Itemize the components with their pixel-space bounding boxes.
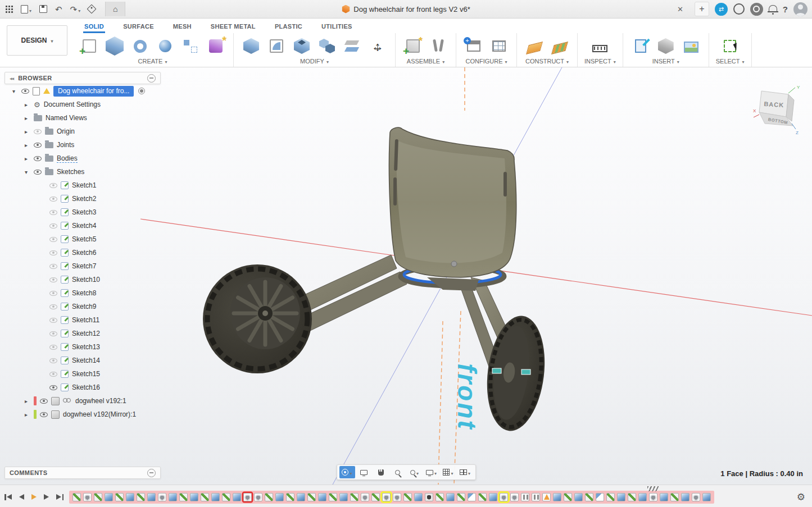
- visibility-eye-icon[interactable]: [49, 345, 57, 350]
- timeline-feature[interactable]: [638, 493, 647, 501]
- timeline-feature[interactable]: [446, 493, 455, 501]
- skip-to-start-button[interactable]: [4, 494, 12, 500]
- new-tab-button[interactable]: +: [695, 2, 709, 16]
- browser-component-row[interactable]: dogwheel v192:1: [4, 394, 173, 408]
- visibility-eye-icon[interactable]: [49, 277, 57, 282]
- disclosure-arrow-icon[interactable]: [25, 114, 30, 122]
- timeline-feature[interactable]: [265, 493, 273, 501]
- pan-button[interactable]: [373, 466, 389, 478]
- browser-sketch-row[interactable]: Sketch9: [4, 300, 173, 313]
- browser-item-joints[interactable]: Joints: [4, 138, 173, 152]
- timeline-feature[interactable]: [510, 493, 519, 501]
- timeline-feature[interactable]: [126, 493, 134, 501]
- visibility-eye-icon[interactable]: [49, 250, 57, 255]
- press-pull-button[interactable]: [241, 35, 262, 57]
- construction-plane-button[interactable]: [524, 35, 545, 57]
- create-sketch-button[interactable]: [79, 35, 100, 57]
- move-button[interactable]: [367, 35, 388, 57]
- timeline-feature[interactable]: [403, 493, 412, 501]
- insert-mesh-button[interactable]: [655, 35, 677, 57]
- browser-item-sketches[interactable]: Sketches: [4, 165, 173, 179]
- browser-root-row[interactable]: Dog wheelchair for fro...: [4, 84, 173, 98]
- timeline-feature[interactable]: [564, 493, 572, 501]
- visibility-eye-icon[interactable]: [49, 318, 57, 323]
- timeline-feature[interactable]: [233, 493, 241, 501]
- timeline-feature[interactable]: [692, 493, 700, 501]
- job-status-icon[interactable]: ⇄: [715, 3, 728, 16]
- timeline-feature[interactable]: [382, 493, 391, 501]
- browser-sketch-row[interactable]: Sketch3: [4, 205, 173, 219]
- visibility-eye-icon[interactable]: [34, 170, 42, 175]
- timeline-feature[interactable]: [606, 493, 615, 501]
- workspace-dropdown[interactable]: DESIGN: [7, 25, 67, 56]
- timeline-feature[interactable]: [147, 493, 156, 501]
- app-grid-icon[interactable]: [6, 6, 13, 13]
- new-component-button[interactable]: [402, 35, 424, 57]
- zoom-window-button[interactable]: [407, 466, 423, 478]
- browser-sketch-row[interactable]: Sketch8: [4, 286, 173, 300]
- configuration-button[interactable]: [463, 35, 484, 57]
- disclosure-arrow-icon[interactable]: [12, 87, 18, 95]
- timeline-feature[interactable]: [414, 493, 423, 501]
- assemble-group-dropdown[interactable]: ASSEMBLE: [407, 58, 444, 65]
- timeline-feature[interactable]: [585, 493, 593, 501]
- disclosure-arrow-icon[interactable]: [25, 397, 30, 405]
- joint-button[interactable]: [428, 35, 449, 57]
- timeline-settings-gear-icon[interactable]: ⚙: [797, 492, 805, 502]
- joint-marker[interactable]: [492, 368, 501, 373]
- select-group-dropdown[interactable]: SELECT: [716, 58, 745, 65]
- help-icon[interactable]: ?: [783, 5, 788, 13]
- timeline-feature[interactable]: [681, 493, 689, 501]
- activate-component-radio[interactable]: [138, 88, 145, 94]
- avatar[interactable]: [793, 2, 808, 16]
- disclosure-arrow-icon[interactable]: [25, 101, 30, 108]
- visibility-eye-icon[interactable]: [49, 237, 57, 242]
- timeline-feature[interactable]: [286, 493, 294, 501]
- ribbon-tab[interactable]: SHEET METAL: [210, 21, 257, 33]
- offset-face-button[interactable]: [342, 35, 363, 57]
- visibility-eye-icon[interactable]: [49, 358, 57, 363]
- extrude-button[interactable]: [104, 35, 125, 57]
- timeline-feature[interactable]: [211, 493, 220, 501]
- configure-group-dropdown[interactable]: CONFIGURE: [465, 58, 507, 65]
- browser-header[interactable]: ◀◀ BROWSER: [4, 72, 161, 84]
- browser-sketch-row[interactable]: Sketch16: [4, 381, 173, 394]
- visibility-eye-icon[interactable]: [49, 210, 57, 215]
- look-at-button[interactable]: [356, 466, 372, 478]
- modify-group-dropdown[interactable]: MODIFY: [300, 58, 329, 65]
- browser-item-named-views[interactable]: Named Views: [4, 111, 173, 125]
- timeline-feature[interactable]: [457, 493, 465, 501]
- extensions-icon[interactable]: [88, 6, 95, 12]
- view-cube[interactable]: BACK BOTTOM X Y Z: [752, 83, 804, 135]
- visibility-eye-icon[interactable]: [21, 89, 29, 94]
- browser-item-origin[interactable]: Origin: [4, 125, 173, 138]
- browser-sketch-row[interactable]: Sketch4: [4, 219, 173, 232]
- visibility-eye-icon[interactable]: [49, 372, 57, 377]
- timeline-feature[interactable]: [542, 493, 551, 501]
- visibility-eye-icon[interactable]: [49, 331, 57, 336]
- visibility-eye-icon[interactable]: [40, 399, 48, 404]
- timeline-feature[interactable]: [137, 493, 145, 501]
- ribbon-tab[interactable]: SURFACE: [122, 21, 155, 33]
- step-forward-button[interactable]: [44, 494, 49, 500]
- timeline-feature[interactable]: [553, 493, 561, 501]
- timeline-feature[interactable]: [201, 493, 209, 501]
- timeline-feature[interactable]: [72, 493, 81, 501]
- shell-button[interactable]: [291, 35, 312, 57]
- insert-canvas-button[interactable]: [681, 35, 702, 57]
- visibility-eye-icon[interactable]: [49, 385, 57, 390]
- panel-minimize-icon[interactable]: [147, 74, 156, 83]
- timeline-feature[interactable]: [83, 493, 92, 501]
- timeline-feature[interactable]: [254, 493, 262, 501]
- zoom-button[interactable]: [390, 466, 406, 478]
- timeline-feature[interactable]: [318, 493, 326, 501]
- browser-sketch-row[interactable]: Sketch11: [4, 313, 173, 327]
- visibility-eye-icon[interactable]: [49, 197, 57, 202]
- ribbon-tab[interactable]: SOLID: [83, 21, 105, 33]
- browser-sketch-row[interactable]: Sketch10: [4, 273, 173, 286]
- file-menu-icon[interactable]: [21, 4, 31, 14]
- visibility-eye-icon[interactable]: [40, 412, 48, 417]
- play-button[interactable]: [31, 494, 37, 500]
- configuration-table-button[interactable]: [488, 35, 510, 57]
- timeline-feature[interactable]: [115, 493, 124, 501]
